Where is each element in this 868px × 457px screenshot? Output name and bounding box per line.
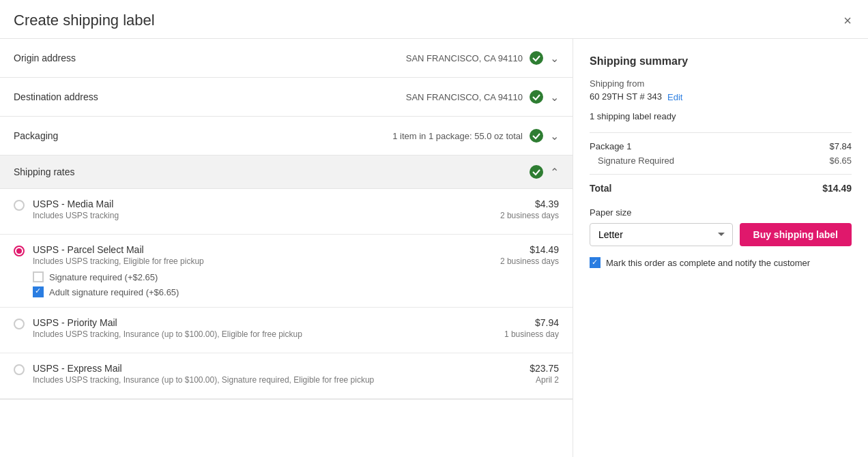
- origin-address-header[interactable]: Origin address SAN FRANCISCO, CA 94110 ⌄: [0, 39, 573, 77]
- paper-size-select[interactable]: Letter 4x6: [590, 223, 733, 246]
- option-adult-sig-row: Adult signature required (+$6.65): [33, 286, 492, 297]
- packaging-check-icon: [530, 129, 543, 143]
- packaging-section: Packaging 1 item in 1 package: 55.0 oz t…: [0, 117, 573, 156]
- shipping-rates-check-icon: [530, 165, 543, 179]
- rate-name-usps-parcel: USPS - Parcel Select Mail: [33, 244, 492, 255]
- rate-days-usps-express: April 2: [530, 375, 559, 385]
- rate-price-usps-express: $23.75: [530, 363, 559, 374]
- buy-shipping-label-button[interactable]: Buy shipping label: [740, 223, 852, 246]
- svg-point-1: [530, 90, 543, 104]
- summary-divider-top: [590, 132, 852, 133]
- destination-chevron-icon: ⌄: [550, 91, 559, 104]
- option-sig-required-row: Signature required (+$2.65): [33, 271, 492, 282]
- origin-address-section: Origin address SAN FRANCISCO, CA 94110 ⌄: [0, 39, 573, 78]
- svg-point-3: [530, 165, 543, 179]
- rate-name-usps-media: USPS - Media Mail: [33, 198, 492, 209]
- packaging-label: Packaging: [14, 130, 58, 141]
- rate-days-usps-parcel: 2 business days: [500, 256, 559, 266]
- origin-address-value: SAN FRANCISCO, CA 94110: [406, 53, 523, 63]
- rate-name-usps-priority: USPS - Priority Mail: [33, 317, 496, 328]
- destination-address-value: SAN FRANCISCO, CA 94110: [406, 92, 523, 102]
- radio-usps-parcel[interactable]: [14, 246, 25, 256]
- notify-row: Mark this order as complete and notify t…: [590, 257, 852, 268]
- checkbox-adult-sig[interactable]: [33, 286, 44, 297]
- radio-usps-media[interactable]: [14, 200, 25, 211]
- rate-days-usps-priority: 1 business day: [504, 329, 559, 339]
- notify-label: Mark this order as complete and notify t…: [606, 258, 810, 268]
- page-title: Create shipping label: [14, 12, 155, 29]
- shipping-rates-label: Shipping rates: [14, 166, 75, 177]
- right-panel: Shipping summary Shipping from 60 29TH S…: [573, 39, 868, 457]
- summary-divider-bottom: [590, 174, 852, 175]
- summary-ready: 1 shipping label ready: [590, 111, 852, 121]
- shipping-from-row: 60 29TH ST # 343 Edit: [590, 91, 852, 103]
- rate-item-usps-parcel: USPS - Parcel Select Mail Includes USPS …: [0, 235, 573, 308]
- rate-item-usps-media: USPS - Media Mail Includes USPS tracking…: [0, 189, 573, 235]
- option-sig-required-label: Signature required (+$2.65): [49, 272, 158, 282]
- signature-price: $6.65: [829, 156, 852, 166]
- summary-title: Shipping summary: [590, 55, 852, 68]
- left-panel: Origin address SAN FRANCISCO, CA 94110 ⌄…: [0, 39, 573, 457]
- origin-check-icon: [530, 51, 543, 65]
- shipping-from-label: Shipping from: [590, 78, 852, 89]
- packaging-chevron-icon: ⌄: [550, 130, 559, 143]
- rate-item-usps-express: USPS - Express Mail Includes USPS tracki…: [0, 353, 573, 399]
- origin-address-label: Origin address: [14, 53, 76, 63]
- option-adult-sig-label: Adult signature required (+$6.65): [49, 287, 179, 297]
- total-price: $14.49: [822, 183, 852, 194]
- radio-usps-express[interactable]: [14, 364, 25, 375]
- rate-price-usps-parcel: $14.49: [500, 244, 559, 255]
- rate-desc-usps-media: Includes USPS tracking: [33, 211, 492, 220]
- package-price: $7.84: [829, 141, 852, 151]
- shipping-from-address: 60 29TH ST # 343: [590, 91, 662, 102]
- rate-options-usps-parcel: Signature required (+$2.65) Adult signat…: [33, 271, 492, 297]
- paper-size-label: Paper size: [590, 207, 852, 218]
- total-label: Total: [590, 183, 611, 194]
- checkbox-sig-required[interactable]: [33, 271, 44, 282]
- destination-address-section: Destination address SAN FRANCISCO, CA 94…: [0, 78, 573, 117]
- destination-check-icon: [530, 90, 543, 104]
- svg-point-0: [530, 51, 543, 65]
- summary-signature-line: Signature Required $6.65: [590, 156, 852, 166]
- close-button[interactable]: ×: [841, 11, 854, 30]
- package-label: Package 1: [590, 141, 631, 151]
- main-layout: Origin address SAN FRANCISCO, CA 94110 ⌄…: [0, 39, 868, 457]
- svg-point-2: [530, 129, 543, 143]
- edit-address-link[interactable]: Edit: [667, 92, 682, 102]
- shipping-rates-header[interactable]: Shipping rates ⌃: [0, 156, 573, 189]
- packaging-value: 1 item in 1 package: 55.0 oz total: [392, 131, 523, 141]
- rate-price-usps-media: $4.39: [500, 198, 559, 209]
- page-header: Create shipping label ×: [0, 0, 868, 39]
- shipping-rates-section: Shipping rates ⌃ USPS - Media Mail Inclu…: [0, 156, 573, 400]
- destination-address-header[interactable]: Destination address SAN FRANCISCO, CA 94…: [0, 78, 573, 116]
- destination-address-label: Destination address: [14, 91, 98, 102]
- summary-package-line: Package 1 $7.84: [590, 141, 852, 151]
- rate-desc-usps-priority: Includes USPS tracking, Insurance (up to…: [33, 329, 496, 339]
- rate-days-usps-media: 2 business days: [500, 211, 559, 220]
- shipping-rates-chevron-icon: ⌃: [550, 166, 559, 179]
- radio-usps-priority[interactable]: [14, 319, 25, 329]
- summary-total-line: Total $14.49: [590, 183, 852, 194]
- rate-desc-usps-express: Includes USPS tracking, Insurance (up to…: [33, 375, 521, 385]
- rate-name-usps-express: USPS - Express Mail: [33, 363, 521, 374]
- notify-checkbox[interactable]: [590, 257, 601, 268]
- rate-price-usps-priority: $7.94: [504, 317, 559, 328]
- rate-desc-usps-parcel: Includes USPS tracking, Eligible for fre…: [33, 256, 492, 266]
- rate-item-usps-priority: USPS - Priority Mail Includes USPS track…: [0, 308, 573, 353]
- signature-label: Signature Required: [598, 156, 674, 166]
- packaging-header[interactable]: Packaging 1 item in 1 package: 55.0 oz t…: [0, 117, 573, 155]
- paper-size-row: Letter 4x6 Buy shipping label: [590, 223, 852, 246]
- origin-chevron-icon: ⌄: [550, 52, 559, 65]
